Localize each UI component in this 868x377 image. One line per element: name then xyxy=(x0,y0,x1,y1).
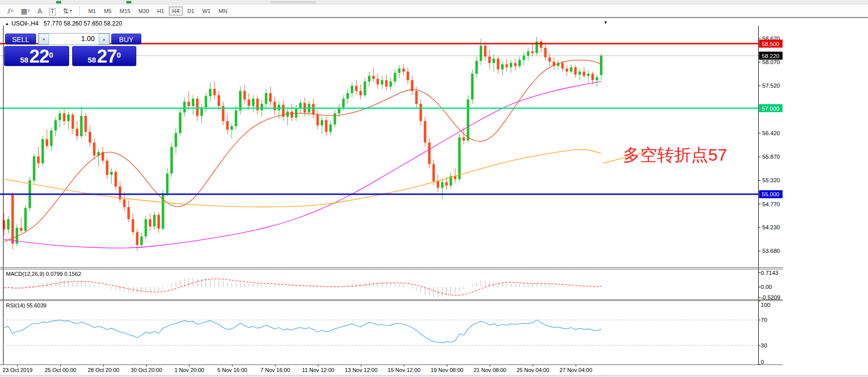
rsi-axis-label: 100 xyxy=(761,302,770,308)
rsi-indicator-label: RSI(14) 55.6039 xyxy=(6,302,47,308)
sell-price-point: 0 xyxy=(49,47,53,64)
sell-button[interactable]: SELL xyxy=(5,34,36,45)
price-badge-label: 58.500 xyxy=(762,41,779,47)
volume-spinner: ▼ 1.00 ▲ xyxy=(38,33,110,45)
rsi-axis-label: 0 xyxy=(761,359,764,365)
price-axis: 58.62058.07057.52056.42055.87055.32054.7… xyxy=(759,36,783,254)
price-axis-label: 53.680 xyxy=(762,248,780,254)
time-axis-label: 25 Oct 00:00 xyxy=(45,367,76,373)
time-axis: 23 Oct 201925 Oct 00:0028 Oct 20:0030 Oc… xyxy=(0,365,784,374)
macd-signal-line xyxy=(4,279,601,295)
buy-price-prefix: 58 xyxy=(88,56,96,64)
volume-increase-button[interactable]: ▲ xyxy=(99,34,109,45)
tf-button-D1[interactable]: D1 xyxy=(184,7,198,16)
price-badge-label: 57.000 xyxy=(762,106,779,112)
tf-button-M1[interactable]: M1 xyxy=(85,7,99,16)
tf-button-M5[interactable]: M5 xyxy=(100,7,115,16)
tf-button-MN[interactable]: MN xyxy=(215,7,231,16)
buy-price-display[interactable]: 58270 xyxy=(72,46,136,66)
toolbar-fragment xyxy=(271,1,316,4)
top-toolbar-remnant xyxy=(0,0,868,5)
toolbar-fragment xyxy=(126,1,131,4)
time-axis-label: 13 Nov 12:00 xyxy=(345,367,377,373)
price-badge-label: 58.220 xyxy=(762,53,779,59)
macd-axis-label: 0.00 xyxy=(761,284,772,290)
price-badge-label: 55.000 xyxy=(762,191,779,197)
mt4-window: ⫽E▦FAT⇅▾ M1M5M15M30H1H4D1W1MN ▲USOil-,H4… xyxy=(0,0,868,377)
tf-button-M30[interactable]: M30 xyxy=(135,7,152,16)
chart-symbol-label: USOil-,H4 xyxy=(12,20,39,27)
arrows-icon[interactable]: ⇅▾ xyxy=(63,7,72,15)
price-axis-label: 54.230 xyxy=(762,224,780,230)
buy-price-pips: 27 xyxy=(97,49,117,64)
sell-price-display[interactable]: 58220 xyxy=(4,46,69,66)
macd-axis-label: -0.5209 xyxy=(761,294,780,300)
tf-button-W1[interactable]: W1 xyxy=(199,7,214,16)
macd-indicator-label: MACD(12,26,9) 0.0799 0.1562 xyxy=(6,271,81,277)
time-axis-label: 28 Oct 20:00 xyxy=(88,367,119,373)
toolbar-fragment xyxy=(56,1,61,4)
collapse-triangle-icon[interactable]: ▲ xyxy=(5,22,9,26)
price-axis-label: 56.420 xyxy=(762,130,780,136)
time-axis-label: 25 Nov 04:00 xyxy=(517,367,549,373)
time-axis-label: 11 Nov 12:00 xyxy=(302,367,335,373)
sell-price-prefix: 58 xyxy=(20,56,29,64)
tf-button-M15[interactable]: M15 xyxy=(116,7,134,16)
time-axis-label: 1 Nov 20:00 xyxy=(174,367,204,373)
time-axis-label: 21 Nov 08:00 xyxy=(474,367,506,373)
drawing-tools-group: ⫽E▦FAT⇅▾ xyxy=(4,7,75,16)
chart-toolbar: ⫽E▦FAT⇅▾ M1M5M15M30H1H4D1W1MN xyxy=(0,5,868,18)
rsi-axis-label: 70 xyxy=(761,317,767,323)
time-axis-label: 5 Nov 16:00 xyxy=(218,367,247,373)
rsi-panel: 10070300 xyxy=(4,301,771,365)
buy-button[interactable]: BUY xyxy=(111,34,141,45)
buy-price-point: 0 xyxy=(117,47,121,64)
sell-price-pips: 22 xyxy=(30,49,49,64)
text-label-icon[interactable]: A xyxy=(38,7,42,15)
time-axis-label: 19 Nov 08:00 xyxy=(430,367,463,373)
price-axis-label: 55.870 xyxy=(762,154,780,160)
macd-panel: 0.71430.00-0.5209 xyxy=(4,270,780,300)
time-axis-label: 7 Nov 16:00 xyxy=(261,367,290,373)
one-click-trading-panel: SELL ▼ 1.00 ▲ BUY 58220 58270 xyxy=(4,33,142,81)
volume-decrease-button[interactable]: ▼ xyxy=(39,34,49,45)
chart-annotation-text: 多空转折点57 xyxy=(623,144,727,167)
chart-shift-marker-icon[interactable]: ▼ xyxy=(603,20,608,25)
text-box-icon[interactable]: T xyxy=(49,8,56,16)
price-axis-label: 54.770 xyxy=(762,201,780,207)
price-axis-label: 58.070 xyxy=(762,59,780,65)
time-axis-label: 23 Oct 2019 xyxy=(3,367,33,373)
macd-axis-label: 0.7143 xyxy=(761,270,778,276)
timeframe-toolbar: M1M5M15M30H1H4D1W1MN xyxy=(84,6,231,16)
time-axis-label: 15 Nov 12:00 xyxy=(388,367,420,373)
price-axis-label: 57.520 xyxy=(762,83,780,89)
equidistant-channel-icon[interactable]: ⫽E xyxy=(8,7,14,15)
tf-button-H1[interactable]: H1 xyxy=(154,7,168,16)
price-axis-label: 55.320 xyxy=(762,177,780,183)
time-axis-label: 30 Oct 20:00 xyxy=(131,367,162,373)
fibo-grid-icon[interactable]: ▦F xyxy=(21,7,31,15)
rsi-line xyxy=(4,320,601,343)
rsi-axis-label: 30 xyxy=(761,342,767,348)
time-axis-label: 27 Nov 04:00 xyxy=(559,367,592,373)
volume-input[interactable]: 1.00 xyxy=(49,34,99,45)
tf-button-H4[interactable]: H4 xyxy=(169,7,183,16)
chart-window: ▲USOil-,H457.770 58.260 57.650 58.220 ▼ … xyxy=(0,18,868,377)
chart-title: ▲USOil-,H457.770 58.260 57.650 58.220 xyxy=(5,20,122,27)
chart-ohlc-label: 57.770 58.260 57.650 58.220 xyxy=(44,20,122,27)
toolbar-separator xyxy=(79,7,80,16)
